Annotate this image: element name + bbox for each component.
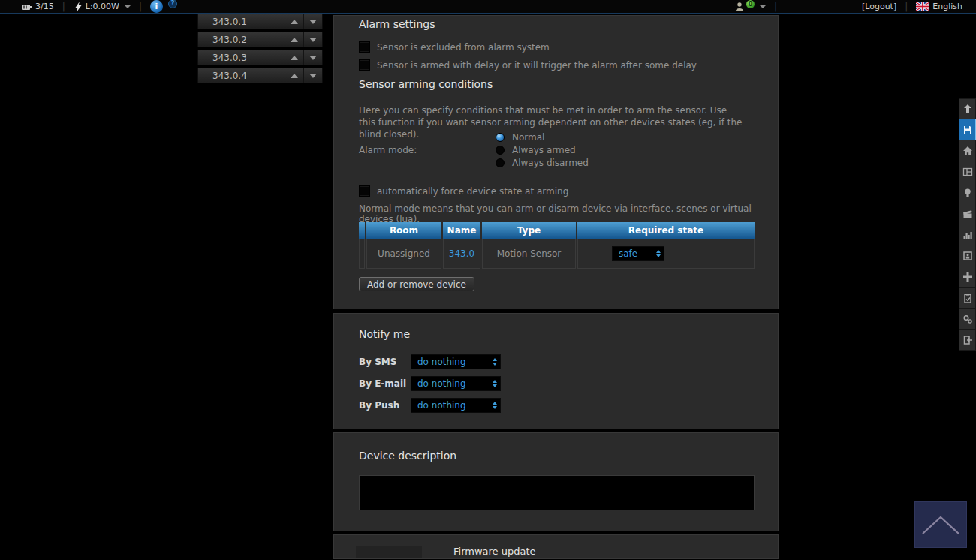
add-remove-device-button[interactable]: Add or remove device	[359, 277, 474, 291]
firmware-title: Firmware update	[453, 546, 536, 557]
chevron-down-icon	[760, 5, 766, 8]
plugins-button[interactable]	[959, 266, 976, 288]
arrow-up-icon	[291, 74, 298, 78]
user-menu[interactable]: 0	[734, 2, 766, 12]
notify-email-label: By E-mail	[359, 376, 408, 391]
logout-button[interactable]: [Logout]	[862, 2, 896, 11]
armed-delay-checkbox[interactable]	[359, 59, 370, 71]
move-up-button[interactable]	[285, 32, 303, 47]
scroll-top-button[interactable]	[959, 98, 976, 119]
save-button[interactable]	[959, 119, 976, 140]
rooms-icon	[962, 167, 973, 177]
notify-push-select[interactable]: do nothing	[411, 398, 501, 413]
select-stepper-icon	[493, 380, 497, 387]
separator: |	[137, 2, 143, 12]
arrow-down-icon	[309, 38, 317, 42]
move-up-button[interactable]	[285, 50, 303, 65]
required-state-select[interactable]: safe	[612, 246, 664, 261]
table-header-required-state: Required state	[577, 222, 755, 239]
firmware-panel: Firmware update	[333, 534, 779, 559]
armed-delay-checkbox-row: Sensor is armed with delay or it will tr…	[359, 59, 697, 71]
separator: |	[61, 2, 67, 12]
user-icon	[734, 2, 745, 12]
force-state-checkbox-label: automatically force device state at armi…	[377, 186, 568, 197]
user-badge: 0	[746, 0, 755, 8]
move-up-button[interactable]	[285, 14, 303, 29]
notify-push-label: By Push	[359, 398, 408, 413]
excluded-checkbox-label: Sensor is excluded from alarm system	[377, 42, 550, 53]
roof-chevron-icon	[920, 513, 962, 537]
alarm-settings-panel: Alarm settings Sensor is excluded from a…	[333, 15, 779, 309]
radio-always-disarmed[interactable]	[496, 158, 505, 167]
arming-conditions-title: Sensor arming conditions	[359, 78, 493, 90]
right-toolbar	[959, 98, 976, 351]
scenes-button[interactable]	[959, 203, 976, 224]
device-list-item[interactable]: 343.0.1	[197, 14, 323, 29]
battery-icon	[21, 2, 32, 12]
chevron-down-icon	[125, 5, 131, 8]
device-list-item-label: 343.0.4	[198, 68, 285, 83]
alarm-mode-option[interactable]: Normal	[496, 132, 544, 143]
move-down-button[interactable]	[303, 68, 322, 83]
excluded-checkbox[interactable]	[359, 41, 370, 53]
device-description-panel: Device description	[333, 432, 779, 531]
required-state-value: safe	[619, 248, 637, 259]
armed-delay-checkbox-label: Sensor is armed with delay or it will tr…	[377, 60, 697, 71]
devices-button[interactable]	[959, 182, 976, 203]
move-down-button[interactable]	[303, 32, 322, 47]
devices-counter: 3/15	[21, 2, 54, 12]
lightning-icon	[74, 2, 83, 12]
select-stepper-icon	[493, 358, 497, 366]
excluded-checkbox-row: Sensor is excluded from alarm system	[359, 41, 550, 53]
scroll-to-top-corner-button[interactable]	[914, 501, 967, 548]
notify-sms-select[interactable]: do nothing	[411, 354, 501, 369]
table-cell-name-link[interactable]: 343.0	[443, 239, 480, 269]
radio-normal-label: Normal	[512, 132, 544, 143]
force-state-checkbox-row: automatically force device state at armi…	[359, 185, 568, 197]
arrow-down-icon	[309, 20, 317, 24]
alarm-mode-option[interactable]: Always disarmed	[496, 158, 589, 168]
home-button[interactable]	[959, 140, 976, 161]
arrow-down-icon	[309, 74, 317, 78]
rooms-button[interactable]	[959, 161, 976, 182]
power-usage[interactable]: L:0.00W	[74, 2, 131, 12]
puzzle-icon	[962, 272, 973, 282]
settings-button[interactable]	[959, 309, 976, 330]
radio-normal[interactable]	[496, 133, 505, 142]
backup-button[interactable]	[959, 288, 976, 309]
radio-always-armed[interactable]	[496, 146, 505, 155]
language-selector[interactable]: English	[916, 2, 962, 11]
device-list-item[interactable]: 343.0.4	[197, 68, 323, 83]
firmware-device-thumbnail	[356, 546, 422, 559]
table-cell-type: Motion Sensor	[482, 239, 576, 269]
radio-always-disarmed-label: Always disarmed	[512, 158, 589, 168]
arrow-up-icon	[291, 20, 298, 24]
device-description-textarea[interactable]	[359, 475, 755, 510]
clipboard-check-icon	[962, 293, 973, 303]
energy-panel-button[interactable]	[959, 224, 976, 245]
select-stepper-icon	[493, 402, 497, 409]
move-down-button[interactable]	[303, 50, 322, 65]
devices-counter-text: 3/15	[35, 2, 54, 11]
table-header-type: Type	[482, 222, 576, 239]
notify-email-value: do nothing	[417, 378, 466, 389]
device-list-item[interactable]: 343.0.3	[197, 50, 323, 65]
move-up-button[interactable]	[285, 68, 303, 83]
alarm-mode-option[interactable]: Always armed	[496, 145, 576, 155]
top-bar: 3/15 | L:0.00W | i ? 0 | [Logout] |	[0, 0, 976, 14]
notify-sms-label: By SMS	[359, 354, 408, 369]
device-list-item[interactable]: 343.0.2	[197, 32, 323, 47]
notify-email-select[interactable]: do nothing	[411, 376, 501, 391]
table-header-spacer	[359, 222, 365, 239]
separator: |	[773, 2, 779, 12]
help-icon[interactable]: ?	[168, 0, 177, 8]
info-icon[interactable]: i	[150, 0, 163, 13]
arrow-up-icon	[291, 38, 298, 42]
alarm-settings-title: Alarm settings	[359, 18, 435, 30]
table-header-name: Name	[443, 222, 480, 239]
force-state-checkbox[interactable]	[359, 185, 370, 197]
exit-button[interactable]	[959, 330, 976, 351]
device-list-item-label: 343.0.1	[198, 14, 285, 29]
move-down-button[interactable]	[303, 14, 322, 29]
access-control-button[interactable]	[959, 245, 976, 266]
